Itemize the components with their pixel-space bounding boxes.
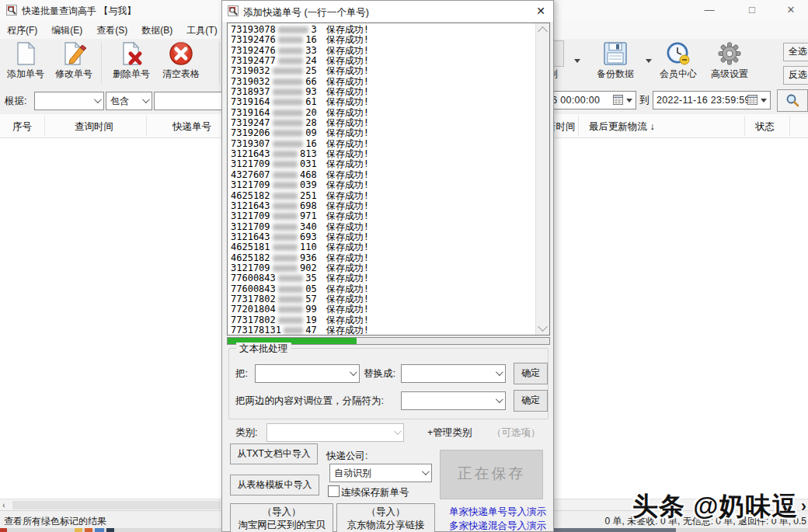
- scroll-left-icon[interactable]: ‹: [2, 499, 5, 511]
- dialog-title: 添加快递单号 (一行一个单号): [243, 6, 369, 19]
- column-header-tracking-no[interactable]: 快递单号: [172, 120, 211, 134]
- courier-company-select[interactable]: 自动识别: [329, 464, 432, 482]
- save-status: 保存成功!: [326, 325, 369, 336]
- add-number-button[interactable]: 添加单号: [3, 39, 48, 85]
- swap-separator-select[interactable]: [401, 391, 506, 410]
- replace-from-select[interactable]: [255, 364, 360, 383]
- backup-data-label: 备份数据: [597, 68, 634, 79]
- taskbar-icon: [75, 528, 82, 532]
- category-select[interactable]: [266, 423, 404, 442]
- swap-ok-button[interactable]: 确定: [514, 390, 548, 412]
- menu-item-2[interactable]: 查看(S): [89, 20, 134, 39]
- member-center-button[interactable]: 会员中心: [655, 39, 702, 85]
- tracking-line: 7319247616保存成功!: [231, 35, 369, 45]
- backup-data-button[interactable]: 备份数据: [590, 39, 640, 85]
- demo-multi-link[interactable]: 多家快递混合导入演示: [449, 520, 546, 532]
- column-header-query-time[interactable]: 查询时间: [75, 120, 113, 134]
- close-icon[interactable]: ✕: [778, 0, 804, 20]
- dialog-app-icon: [228, 5, 239, 19]
- invert-select-button[interactable]: 反选: [783, 66, 808, 85]
- column-separator: [578, 116, 579, 136]
- clear-table-label: 清空表格: [162, 68, 200, 79]
- chevron-down-icon[interactable]: [646, 59, 652, 63]
- menu-item-1[interactable]: 编辑(E): [44, 20, 89, 39]
- demo-single-link[interactable]: 单家快递单号导入演示: [449, 506, 546, 519]
- scroll-up-icon[interactable]: [538, 26, 548, 37]
- save-status: 保存成功!: [326, 96, 369, 107]
- menu-item-3[interactable]: 数据(B): [134, 20, 179, 39]
- tracking-line: 731916420保存成功!: [231, 108, 369, 118]
- chevron-down-icon[interactable]: [574, 59, 580, 63]
- tracking-line: 4625182936保存成功!: [231, 253, 369, 263]
- save-status: 保存成功!: [326, 263, 369, 273]
- taskbar-icon: [0, 528, 7, 532]
- tracking-line: 3121709039保存成功!: [231, 180, 369, 190]
- column-header-index[interactable]: 序号: [12, 120, 32, 134]
- text-batch-title: 文本批处理: [236, 342, 291, 356]
- date-from-field[interactable]: 16 00:00:00: [542, 91, 636, 110]
- taskbar-segment: [536, 528, 676, 532]
- date-from-value: 16 00:00:00: [546, 95, 600, 106]
- censored-digits: [273, 203, 298, 210]
- menu-item-4[interactable]: 工具(T): [179, 20, 224, 39]
- maximize-icon[interactable]: □: [739, 0, 765, 20]
- tracking-line: 7760084335保存成功!: [231, 273, 369, 283]
- save-status: 保存成功!: [326, 34, 369, 45]
- edit-number-button[interactable]: 修改单号: [51, 39, 96, 85]
- minimize-icon[interactable]: —: [696, 0, 723, 20]
- replace-from-label: 把:: [235, 367, 248, 381]
- delete-number-button[interactable]: 删除单号: [109, 39, 154, 85]
- select-all-button[interactable]: 全选: [783, 43, 808, 61]
- match-mode-select[interactable]: 包含: [106, 92, 152, 110]
- column-header-last-logistics[interactable]: 最后更新物流 ↓: [589, 120, 655, 134]
- censored-digits: [278, 37, 303, 43]
- page-new-icon: [12, 40, 39, 67]
- based-on-label: 根据:: [5, 95, 26, 108]
- toolbar-separator: [101, 42, 102, 84]
- menu-item-0[interactable]: 程序(F): [0, 20, 44, 39]
- import-taobao-line2: 淘宝网已买到的宝贝: [231, 519, 333, 532]
- save-status: 保存成功!: [326, 210, 369, 221]
- save-status: 保存成功!: [326, 190, 369, 201]
- tracking-line: 4625181110保存成功!: [231, 242, 369, 252]
- save-status: 保存成功!: [326, 86, 369, 97]
- courier-company-value: 自动识别: [334, 467, 371, 480]
- import-template-button[interactable]: 从表格模板中导入: [230, 475, 319, 495]
- toolbar-separator: [219, 42, 220, 84]
- scroll-down-icon[interactable]: [538, 322, 548, 332]
- replace-ok-button[interactable]: 确定: [514, 363, 548, 384]
- taskbar-icon: [95, 528, 104, 532]
- based-on-select[interactable]: [34, 92, 104, 110]
- clear-table-button[interactable]: 清空表格: [158, 39, 204, 85]
- continuous-save-label: 连续保存新单号: [341, 486, 409, 499]
- save-status: 保存成功!: [326, 45, 369, 56]
- import-jd-button[interactable]: （导入） 京东物流分享链接: [336, 503, 435, 532]
- tracking-list-textbox[interactable]: 731930783保存成功!7319247616保存成功!7319247633保…: [227, 23, 550, 336]
- date-to-label: 到: [639, 94, 650, 107]
- column-header-status[interactable]: 状态: [755, 120, 775, 134]
- scrollbar-thumb[interactable]: [12, 501, 221, 509]
- dialog-close-icon[interactable]: ✕: [531, 3, 550, 19]
- censored-digits: [273, 151, 298, 158]
- tracking-line: 7720180499保存成功!: [231, 304, 369, 315]
- red-cross-circle-icon: [168, 40, 194, 67]
- replace-to-select[interactable]: [401, 364, 506, 383]
- calendar-icon: [747, 95, 758, 105]
- swap-label: 把两边的内容对调位置，分隔符为:: [235, 395, 384, 408]
- censored-digits: [273, 99, 304, 106]
- import-txt-button[interactable]: 从TXT文档中导入: [230, 443, 318, 464]
- status-left-text: 查看所有绿色标记的结果: [4, 515, 106, 528]
- vertical-scrollbar[interactable]: [535, 23, 549, 335]
- censored-digits: [273, 234, 298, 241]
- date-to-field[interactable]: 2022-11-16 23:59:59: [653, 91, 771, 110]
- import-taobao-button[interactable]: （导入） 淘宝网已买到的宝贝: [230, 503, 333, 532]
- tracking-line: 3121709340保存成功!: [231, 222, 369, 232]
- continuous-save-checkbox[interactable]: [328, 485, 340, 497]
- column-separator: [44, 116, 45, 136]
- save-status: 保存成功!: [326, 65, 369, 76]
- query-search-button[interactable]: [777, 89, 808, 112]
- tracking-line: 731930716保存成功!: [231, 139, 369, 149]
- manage-category-link[interactable]: +管理类别: [427, 426, 472, 440]
- chevron-down-icon: [394, 427, 402, 435]
- advanced-settings-button[interactable]: 高级设置: [705, 39, 754, 85]
